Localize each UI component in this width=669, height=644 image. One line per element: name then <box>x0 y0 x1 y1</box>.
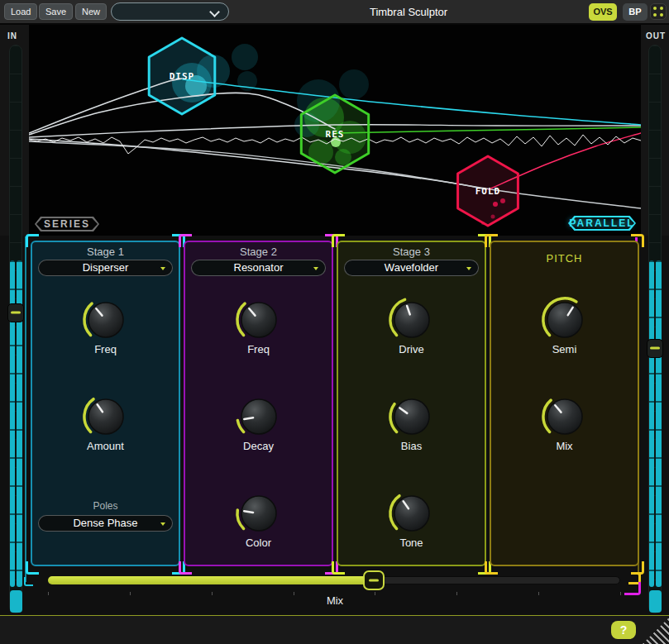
new-button[interactable]: New <box>75 3 107 20</box>
knob-label: Bias <box>380 440 443 452</box>
dice-dot <box>660 7 663 10</box>
stage3-type-dropdown[interactable]: Wavefolder <box>344 260 479 276</box>
slider-tick <box>538 592 539 595</box>
node-label: RES <box>326 129 345 140</box>
stage2-type-dropdown[interactable]: Resonator <box>191 260 326 276</box>
knob-label: Decay <box>227 440 290 452</box>
pitch-title: PITCH <box>491 252 638 265</box>
dropdown-arrow-icon <box>313 267 318 270</box>
corner-bracket <box>631 234 644 247</box>
oversample-toggle[interactable]: OVS <box>589 3 617 21</box>
fader-handle-line <box>11 312 21 314</box>
viz-canvas: DISPRESFOLD <box>29 25 641 236</box>
routing-visualizer[interactable]: DISPRESFOLD SERIES PARALLEL <box>29 25 641 236</box>
save-button[interactable]: Save <box>39 3 73 20</box>
stage3-panel: Stage 3 Wavefolder DriveBiasTone <box>337 241 486 566</box>
stage1-accent-line <box>25 236 26 582</box>
knob-label: Drive <box>380 343 443 355</box>
dropdown-arrow-icon <box>160 522 165 526</box>
parallel-mode-button[interactable]: PARALLEL <box>568 216 636 231</box>
chevron-down-icon <box>209 7 220 17</box>
mix-slider-fill <box>48 576 374 584</box>
dropdown-arrow-icon <box>466 267 471 270</box>
knob-decay[interactable]: Decay <box>227 392 290 460</box>
output-meter-peak-block <box>649 590 662 613</box>
stage1-type-value: Disperser <box>83 261 129 274</box>
stage1-corner-bracket <box>24 577 33 586</box>
output-gain-fader[interactable] <box>647 339 663 358</box>
output-meter-label: OUT <box>646 31 666 41</box>
knob-semi[interactable]: Semi <box>533 295 596 363</box>
dropdown-arrow-icon <box>160 267 165 270</box>
preset-dropdown[interactable] <box>111 2 229 21</box>
knob-color[interactable]: Color <box>227 489 290 556</box>
footer-bar: ? <box>0 616 669 644</box>
pitch-panel: PITCH SemiMix <box>490 241 639 566</box>
slider-tick <box>620 592 621 595</box>
knob-amount[interactable]: Amount <box>74 392 137 460</box>
parallel-label: PARALLEL <box>568 216 636 231</box>
bypass-toggle[interactable]: BP <box>623 3 647 21</box>
plugin-window: Load Save New Timbral Sculptor OVS BP DI… <box>0 0 669 644</box>
randomize-dice-icon[interactable] <box>650 3 667 20</box>
knob-tone[interactable]: Tone <box>380 489 443 556</box>
mix-slider[interactable] <box>48 570 620 597</box>
stage2-type-value: Resonator <box>234 261 284 274</box>
poles-dropdown[interactable]: Dense Phase <box>38 515 173 532</box>
resize-grip[interactable] <box>643 618 669 644</box>
slider-tick <box>294 592 294 595</box>
slider-tick <box>375 592 375 595</box>
page-title: Timbral Sculptor <box>370 6 447 18</box>
dice-dot <box>653 7 657 10</box>
knob-label: Amount <box>74 440 137 452</box>
dice-dot <box>660 13 663 17</box>
output-meter-level-left <box>649 260 654 587</box>
poles-value: Dense Phase <box>73 517 137 529</box>
input-gain-fader[interactable] <box>7 303 24 322</box>
stage1-type-dropdown[interactable]: Disperser <box>38 260 173 276</box>
knob-freq[interactable]: Freq <box>227 295 290 363</box>
knob-label: Mix <box>533 440 596 452</box>
fader-handle-line <box>650 347 660 350</box>
stage2-corner-bracket <box>624 582 641 595</box>
knob-label: Tone <box>380 537 443 549</box>
series-mode-button[interactable]: SERIES <box>35 217 99 231</box>
node-label: DISP <box>170 71 195 82</box>
stage1-title: Stage 1 <box>32 246 179 258</box>
slider-tick <box>130 592 131 595</box>
knob-label: Semi <box>533 343 596 355</box>
knob-label: Freq <box>227 343 290 355</box>
knob-label: Freq <box>74 343 137 355</box>
stage2-title: Stage 2 <box>185 246 332 258</box>
knob-label: Color <box>227 537 290 549</box>
node-label: FOLD <box>475 186 501 197</box>
stage3-type-value: Wavefolder <box>385 261 438 274</box>
thumb-line <box>369 580 379 582</box>
corner-bracket <box>631 561 644 575</box>
series-label: SERIES <box>35 217 99 231</box>
slider-tick <box>48 592 49 595</box>
corner-bracket <box>485 234 498 247</box>
stage2-panel: Stage 2 Resonator FreqDecayColor <box>184 241 333 566</box>
mix-label: Mix <box>327 594 343 607</box>
help-button[interactable]: ? <box>611 621 636 639</box>
knob-freq[interactable]: Freq <box>74 295 137 363</box>
mix-slider-thumb[interactable] <box>363 570 385 590</box>
slider-tick <box>456 592 457 595</box>
stage1-panel: Stage 1 Disperser FreqAmount Poles Dense… <box>31 241 180 566</box>
corner-bracket <box>26 561 39 575</box>
slider-tick <box>212 592 213 595</box>
knob-bias[interactable]: Bias <box>380 392 443 460</box>
top-bar: Load Save New Timbral Sculptor OVS BP <box>0 0 669 25</box>
output-meter-level-right <box>656 260 662 587</box>
knob-mix[interactable]: Mix <box>533 392 596 460</box>
load-button[interactable]: Load <box>4 3 37 20</box>
poles-label: Poles <box>32 500 179 512</box>
knob-drive[interactable]: Drive <box>380 295 443 363</box>
input-meter-label: IN <box>7 31 17 41</box>
stage3-title: Stage 3 <box>338 246 485 258</box>
input-meter-peak-block <box>10 590 22 613</box>
dice-dot <box>653 13 657 17</box>
